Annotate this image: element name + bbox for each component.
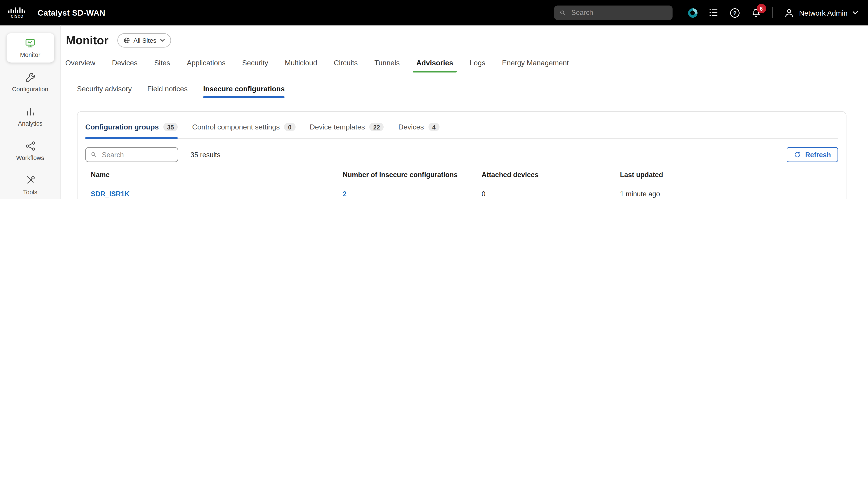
global-search-input[interactable] [570,8,667,17]
cisco-logo-bars [8,7,26,13]
topbar-icons: ? 6 Network Admin [688,7,858,18]
user-menu[interactable]: Network Admin [784,7,858,18]
tab-tunnels[interactable]: Tunnels [374,59,400,72]
sidebar-item-analytics[interactable]: Analytics [6,102,54,131]
card-tab-label: Devices [398,123,424,131]
table-body: SDR_ISR1K 2 0 1 minute ago ak_delete 2 0… [85,184,838,199]
task-list-icon[interactable] [708,8,718,17]
monitor-tabs: Overview Devices Sites Applications Secu… [65,59,868,72]
table-header: Name Number of insecure configurations A… [85,171,838,184]
tab-circuits[interactable]: Circuits [334,59,358,72]
bar-chart-icon [25,106,36,117]
sidebar-item-tools[interactable]: Tools [6,170,54,199]
subtab-security-advisory[interactable]: Security advisory [77,85,131,98]
search-icon [559,9,566,16]
config-group-link[interactable]: SDR_ISR1K [91,190,130,198]
app-title: Catalyst SD-WAN [38,8,105,17]
cisco-logo: cisco [8,7,26,19]
card-tab-label: Device templates [310,123,365,131]
sidebar-item-monitor[interactable]: Monitor [6,33,54,63]
sidebar-item-label: Monitor [20,52,40,58]
monitor-icon [24,38,36,49]
global-search[interactable] [554,5,672,20]
count-badge: 0 [284,123,295,131]
tab-applications[interactable]: Applications [187,59,225,72]
cisco-logo-word: cisco [11,13,24,19]
count-badge: 4 [428,123,439,131]
config-groups-table: Name Number of insecure configurations A… [85,171,838,199]
sidebar-item-workflows[interactable]: Workflows [6,136,54,165]
search-icon [91,151,97,158]
site-selector-value: All Sites [133,37,156,43]
topbar: cisco Catalyst SD-WAN ? [0,0,868,26]
card-tab-label: Control component settings [192,123,280,131]
wrench-icon [25,72,36,83]
refresh-label: Refresh [805,151,831,158]
col-insecure-configurations: Number of insecure configurations [343,171,482,179]
table-search[interactable] [85,147,178,162]
notification-badge: 6 [756,4,766,13]
chevron-down-icon [852,11,858,15]
card-tab-device-templates[interactable]: Device templates 22 [310,123,384,138]
insecure-configurations-card: Configuration groups 35 Control componen… [77,111,846,199]
topbar-divider [772,7,772,18]
insecure-count-link[interactable]: 2 [343,190,346,198]
page-header: Monitor All Sites [66,33,868,48]
refresh-button[interactable]: Refresh [787,147,838,162]
tab-energy-management[interactable]: Energy Management [502,59,569,72]
body-layout: Monitor Configuration Analytics [0,26,868,199]
col-last-updated: Last updated [620,171,838,179]
count-badge: 35 [163,123,178,131]
tab-advisories[interactable]: Advisories [416,59,453,72]
notifications-button[interactable]: 6 [751,7,761,18]
sidebar-item-label: Configuration [12,86,48,92]
sidebar-item-configuration[interactable]: Configuration [6,68,54,97]
advisories-subtabs: Security advisory Field notices Insecure… [77,85,868,98]
tab-sites[interactable]: Sites [154,59,170,72]
card-tab-label: Configuration groups [85,123,159,131]
page-title: Monitor [66,34,108,47]
site-selector[interactable]: All Sites [117,33,170,48]
main-content: Monitor All Sites Overview Devices Si [61,26,868,199]
tab-devices[interactable]: Devices [112,59,137,72]
refresh-icon [794,151,801,158]
attached-devices-value: 0 [482,190,620,198]
subtab-field-notices[interactable]: Field notices [147,85,188,98]
tab-logs[interactable]: Logs [470,59,485,72]
workflow-nodes-icon [25,140,36,152]
table-search-input[interactable] [101,150,173,159]
sites-icon [123,37,130,43]
help-icon[interactable]: ? [730,7,740,18]
user-icon [784,7,794,18]
task-status-icon[interactable] [688,8,698,18]
card-tabs: Configuration groups 35 Control componen… [85,112,838,139]
svg-text:?: ? [733,10,737,16]
subtab-insecure-configurations[interactable]: Insecure configurations [203,85,285,98]
tab-security[interactable]: Security [242,59,268,72]
table-toolbar: 35 results Refresh [85,147,838,162]
card-tab-configuration-groups[interactable]: Configuration groups 35 [85,123,178,138]
last-updated-value: 1 minute ago [620,190,838,198]
table-row: SDR_ISR1K 2 0 1 minute ago [85,184,838,199]
user-name: Network Admin [799,8,847,17]
card-tab-devices[interactable]: Devices 4 [398,123,439,138]
sidebar: Monitor Configuration Analytics [0,26,61,199]
count-badge: 22 [369,123,384,131]
tab-multicloud[interactable]: Multicloud [285,59,317,72]
sidebar-item-label: Tools [23,189,37,195]
sidebar-item-label: Analytics [18,120,42,127]
app-root: cisco Catalyst SD-WAN ? [0,0,868,199]
col-name: Name [85,171,343,179]
col-attached-devices: Attached devices [482,171,620,179]
tools-icon [25,175,36,186]
sidebar-item-label: Workflows [16,154,44,161]
chevron-down-icon [160,39,165,42]
card-tab-control-component-settings[interactable]: Control component settings 0 [192,123,295,138]
results-count: 35 results [190,151,220,158]
tab-overview[interactable]: Overview [65,59,95,72]
